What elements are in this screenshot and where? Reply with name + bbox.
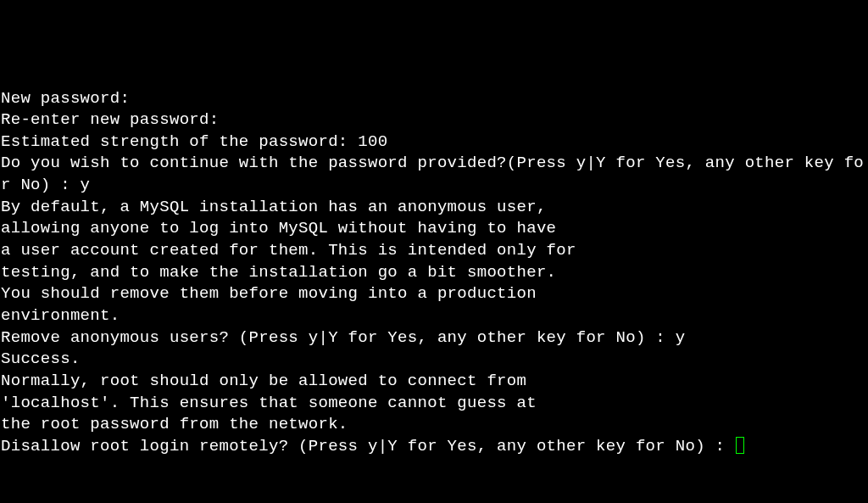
terminal-line: the root password from the network. xyxy=(1,414,868,436)
terminal-line: New password: xyxy=(1,88,868,110)
terminal-line: environment. xyxy=(1,305,868,327)
terminal-line: 'localhost'. This ensures that someone c… xyxy=(1,393,868,415)
terminal-line: Normally, root should only be allowed to… xyxy=(1,371,868,393)
terminal-line: You should remove them before moving int… xyxy=(1,283,868,305)
terminal-line: Success. xyxy=(1,349,868,371)
terminal-line: By default, a MySQL installation has an … xyxy=(1,197,868,219)
terminal-output[interactable]: New password:Re-enter new password:Estim… xyxy=(1,88,868,503)
terminal-prompt: Disallow root login remotely? (Press y|Y… xyxy=(1,437,735,455)
terminal-line: Re-enter new password: xyxy=(1,109,868,131)
cursor-icon[interactable] xyxy=(736,437,744,454)
terminal-line: Estimated strength of the password: 100 xyxy=(1,131,868,154)
terminal-line: allowing anyone to log into MySQL withou… xyxy=(1,218,868,240)
terminal-line: a user account created for them. This is… xyxy=(1,240,868,262)
terminal-line: Do you wish to continue with the passwor… xyxy=(1,153,868,196)
terminal-line: Remove anonymous users? (Press y|Y for Y… xyxy=(1,327,868,349)
terminal-line: testing, and to make the installation go… xyxy=(1,262,868,284)
